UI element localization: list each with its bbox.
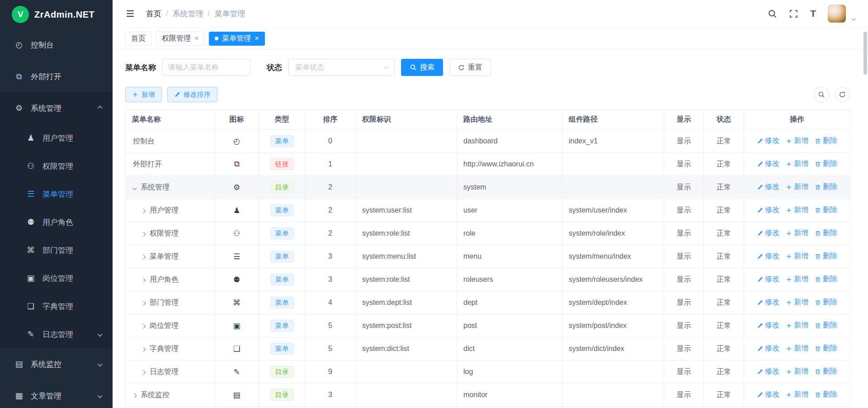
type-cell: 菜单 — [259, 268, 305, 291]
edit-link[interactable]: 修改 — [757, 205, 779, 215]
caret-down-icon[interactable] — [852, 16, 856, 21]
route-cell: dashboard — [457, 130, 562, 153]
row-expand-icon[interactable] — [132, 393, 137, 398]
delete-link[interactable]: 删除 — [815, 159, 837, 169]
edit-link[interactable]: 修改 — [757, 228, 779, 238]
search-icon[interactable] — [768, 9, 777, 19]
plus-icon — [132, 91, 138, 98]
breadcrumb-separator: / — [208, 9, 210, 18]
tab-menu[interactable]: 菜单管理 × — [209, 32, 264, 46]
add-link[interactable]: 新增 — [786, 275, 808, 284]
edit-link[interactable]: 修改 — [757, 321, 779, 330]
edit-link[interactable]: 修改 — [757, 344, 779, 353]
delete-link[interactable]: 删除 — [815, 298, 837, 307]
status-select[interactable]: 菜单状态 — [288, 59, 395, 76]
fullscreen-icon[interactable] — [789, 9, 798, 19]
sidebar-item-dashboard[interactable]: ◴控制台 — [0, 29, 113, 61]
add-link[interactable]: 新增 — [786, 205, 808, 215]
edit-link[interactable]: 修改 — [757, 298, 779, 307]
avatar[interactable] — [828, 5, 846, 23]
delete-link[interactable]: 删除 — [815, 251, 837, 261]
tab-role[interactable]: 权限管理 × — [156, 32, 204, 46]
sidebar-item-article[interactable]: ▦文章管理 — [0, 380, 113, 408]
icon-cell: ⚙ — [215, 176, 259, 199]
table-row: 岗位管理▣菜单5system:post:listpostsystem/post/… — [126, 314, 850, 337]
row-expand-icon[interactable] — [142, 324, 146, 328]
add-link[interactable]: 新增 — [786, 344, 808, 353]
close-icon[interactable]: × — [194, 34, 198, 43]
status-cell: 正常 — [704, 199, 744, 222]
delete-link[interactable]: 删除 — [815, 228, 837, 238]
add-link[interactable]: 新增 — [786, 390, 808, 399]
type-tag: 菜单 — [270, 135, 294, 147]
add-link[interactable]: 新增 — [786, 367, 808, 376]
edit-link[interactable]: 修改 — [757, 390, 779, 399]
table-row: 用户角色⚉菜单3system:role:listroleuserssystem/… — [126, 268, 850, 291]
menu-name: 控制台 — [133, 137, 155, 145]
row-expand-icon[interactable] — [142, 301, 146, 305]
delete-link[interactable]: 删除 — [815, 390, 837, 399]
menu-name-input[interactable] — [162, 59, 250, 76]
delete-link[interactable]: 删除 — [815, 367, 837, 376]
delete-link[interactable]: 删除 — [815, 344, 837, 353]
trash-icon — [815, 392, 821, 398]
edit-link[interactable]: 修改 — [757, 182, 779, 192]
add-link[interactable]: 新增 — [786, 228, 808, 238]
delete-link[interactable]: 删除 — [815, 136, 837, 146]
sidebar-item-log[interactable]: ✎日志管理 — [0, 320, 113, 348]
delete-link[interactable]: 删除 — [815, 275, 837, 284]
row-expand-icon[interactable] — [142, 278, 146, 282]
dept-tree-icon: ⌘ — [233, 299, 241, 307]
row-expand-icon[interactable] — [132, 185, 137, 190]
add-button[interactable]: 新增 — [125, 87, 162, 102]
delete-link[interactable]: 删除 — [815, 182, 837, 192]
row-expand-icon[interactable] — [142, 209, 146, 213]
sidebar-item-dept[interactable]: ⌘部门管理 — [0, 236, 113, 264]
row-expand-icon[interactable] — [142, 255, 146, 259]
edit-sort-button[interactable]: 修改排序 — [167, 87, 217, 102]
type-tag: 链接 — [270, 158, 294, 170]
edit-link[interactable]: 修改 — [757, 275, 779, 284]
role-users-icon: ⚉ — [25, 217, 36, 227]
add-link[interactable]: 新增 — [786, 136, 808, 146]
search-button[interactable]: 搜索 — [401, 59, 443, 76]
sidebar-item-roleusers[interactable]: ⚉用户角色 — [0, 208, 113, 236]
collapse-menu-icon[interactable] — [125, 9, 135, 19]
sidebar-item-post[interactable]: ▣岗位管理 — [0, 264, 113, 292]
add-link[interactable]: 新增 — [786, 182, 808, 192]
scrollbar-thumb[interactable] — [863, 32, 867, 75]
route-cell: monitor — [457, 384, 562, 407]
delete-link[interactable]: 删除 — [815, 205, 837, 215]
edit-link[interactable]: 修改 — [757, 159, 779, 169]
sidebar-item-external[interactable]: ⧉外部打开 — [0, 61, 113, 92]
delete-link[interactable]: 删除 — [815, 321, 837, 330]
scrollbar[interactable] — [863, 29, 867, 408]
row-expand-icon[interactable] — [142, 370, 146, 375]
font-size-icon[interactable]: T — [810, 8, 816, 19]
reset-button[interactable]: 重置 — [449, 59, 491, 76]
edit-link[interactable]: 修改 — [757, 367, 779, 376]
add-link[interactable]: 新增 — [786, 159, 808, 169]
breadcrumb-home[interactable]: 首页 — [146, 9, 161, 19]
active-tab-dot — [215, 37, 218, 40]
row-expand-icon[interactable] — [142, 347, 146, 351]
edit-link[interactable]: 修改 — [757, 136, 779, 146]
row-expand-icon[interactable] — [142, 232, 146, 236]
sidebar-item-user[interactable]: ♟用户管理 — [0, 124, 113, 152]
sidebar-item-menu[interactable]: ☰菜单管理 — [0, 180, 113, 208]
sidebar-item-monitor[interactable]: ▤系统监控 — [0, 348, 113, 380]
table-refresh-button[interactable] — [835, 87, 850, 102]
icon-cell: ◴ — [215, 130, 259, 153]
sidebar-item-dict[interactable]: ❏字典管理 — [0, 292, 113, 320]
table-row: 系统管理⚙目录2system显示正常修改新增删除 — [126, 176, 850, 199]
breadcrumb-item[interactable]: 系统管理 — [173, 9, 203, 19]
close-icon[interactable]: × — [255, 34, 259, 43]
edit-link[interactable]: 修改 — [757, 251, 779, 261]
sidebar-item-system[interactable]: ⚙系统管理 — [0, 92, 113, 124]
add-link[interactable]: 新增 — [786, 251, 808, 261]
add-link[interactable]: 新增 — [786, 298, 808, 307]
sidebar-item-role[interactable]: ⚇权限管理 — [0, 152, 113, 180]
table-search-button[interactable] — [814, 87, 829, 102]
tab-home[interactable]: 首页 — [125, 32, 151, 46]
add-link[interactable]: 新增 — [786, 321, 808, 330]
